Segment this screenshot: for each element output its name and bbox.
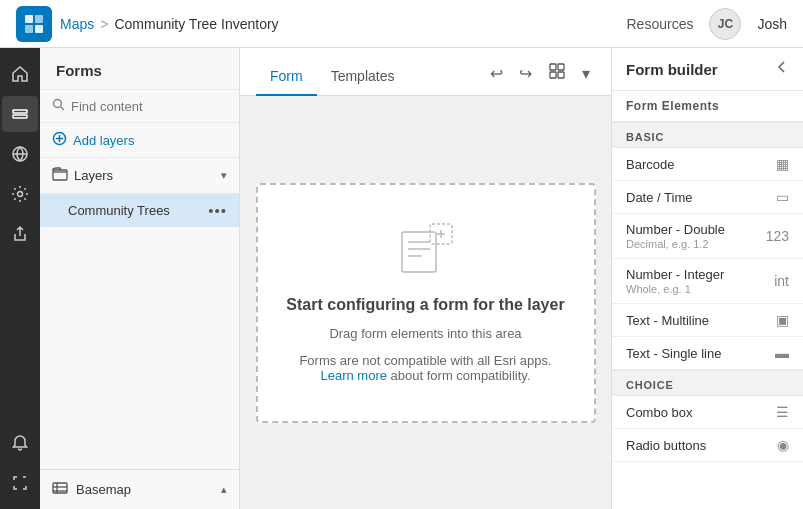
svg-rect-2 (25, 25, 33, 33)
form-element-name: Number - Double (626, 222, 725, 237)
form-element-name: Text - Single line (626, 346, 721, 361)
redo-icon[interactable]: ↪ (514, 61, 537, 86)
breadcrumb: Maps > Community Tree Inventory (60, 16, 279, 32)
svg-rect-5 (13, 115, 27, 118)
form-builder-header: Form builder (612, 48, 803, 91)
plus-circle-icon (52, 131, 67, 149)
layer-item-more-icon[interactable]: ••• (208, 202, 227, 219)
form-element-combo-box[interactable]: Combo box☰ (612, 396, 803, 429)
sidebar-expand-icon[interactable] (2, 465, 38, 501)
tabs-toolbar: ↩ ↪ ▾ (485, 59, 595, 95)
form-element-text---single-line[interactable]: Text - Single line▬ (612, 337, 803, 370)
community-trees-layer-item[interactable]: Community Trees ••• (40, 194, 239, 227)
svg-rect-1 (35, 15, 43, 23)
form-element-name: Radio buttons (626, 438, 706, 453)
form-element-type-icon: int (774, 273, 789, 289)
sidebar-bell-icon[interactable] (2, 425, 38, 461)
sidebar-bottom (2, 425, 38, 501)
form-element-type-icon: ▦ (776, 156, 789, 172)
basemap-icon (52, 480, 68, 499)
compat-text-2: about form compatibility. (391, 368, 531, 383)
toolbar-chevron-icon[interactable]: ▾ (577, 61, 595, 86)
topbar-right: Resources JC Josh (627, 8, 788, 40)
basemap-label: Basemap (76, 482, 131, 497)
sidebar-share-icon[interactable] (2, 216, 38, 252)
tab-templates[interactable]: Templates (317, 58, 409, 96)
svg-rect-0 (25, 15, 33, 23)
layers-chevron-icon: ▾ (221, 169, 227, 182)
layer-item-label: Community Trees (68, 203, 170, 218)
svg-rect-3 (35, 25, 43, 33)
layout-icon[interactable] (543, 59, 571, 87)
svg-rect-19 (550, 64, 556, 70)
username-label: Josh (757, 16, 787, 32)
learn-more-link[interactable]: Learn more (320, 368, 386, 383)
form-element-name: Date / Time (626, 190, 692, 205)
form-builder-scroll: Form Elements BASICBarcode▦Date / Time▭N… (612, 91, 803, 509)
form-builder-title: Form builder (626, 61, 718, 78)
icon-sidebar (0, 48, 40, 509)
form-element-text---multiline[interactable]: Text - Multiline▣ (612, 304, 803, 337)
form-element-sub: Decimal, e.g. 1.2 (626, 238, 725, 250)
svg-rect-21 (550, 72, 556, 78)
drop-zone-subtitle: Drag form elements into this area (329, 326, 521, 341)
form-builder-collapse-icon[interactable] (775, 60, 789, 78)
main-layout: Forms Add layers (0, 48, 803, 509)
forms-panel-title: Forms (40, 48, 239, 90)
center-content: Form Templates ↩ ↪ ▾ (240, 48, 611, 509)
svg-rect-4 (13, 110, 27, 113)
sidebar-home-icon[interactable] (2, 56, 38, 92)
breadcrumb-separator: > (100, 16, 108, 32)
sidebar-layers-icon[interactable] (2, 96, 38, 132)
avatar[interactable]: JC (709, 8, 741, 40)
drop-zone-icon (394, 222, 458, 284)
form-element-number---integer[interactable]: Number - IntegerWhole, e.g. 1int (612, 259, 803, 304)
breadcrumb-current: Community Tree Inventory (114, 16, 278, 32)
svg-line-10 (61, 107, 65, 111)
topbar: Maps > Community Tree Inventory Resource… (0, 0, 803, 48)
app-logo (16, 6, 52, 42)
form-elements-title: Form Elements (612, 91, 803, 122)
form-element-number---double[interactable]: Number - DoubleDecimal, e.g. 1.2123 (612, 214, 803, 259)
form-element-type-icon: ▬ (775, 345, 789, 361)
form-builder-panel: Form builder Form Elements BASICBarcode▦… (611, 48, 803, 509)
canvas-area: Start configuring a form for the layer D… (240, 96, 611, 509)
form-element-type-icon: 123 (766, 228, 789, 244)
form-section-label-choice: CHOICE (612, 370, 803, 396)
layers-label: Layers (74, 168, 113, 183)
form-element-barcode[interactable]: Barcode▦ (612, 148, 803, 181)
drop-zone-note: Forms are not compatible with all Esri a… (282, 353, 570, 383)
form-element-radio-buttons[interactable]: Radio buttons◉ (612, 429, 803, 462)
form-element-name: Text - Multiline (626, 313, 709, 328)
form-element-name: Combo box (626, 405, 692, 420)
basemap-chevron-icon: ▴ (221, 483, 227, 496)
basemap-row[interactable]: Basemap ▴ (40, 469, 239, 509)
svg-rect-22 (558, 72, 564, 78)
form-element-type-icon: ▭ (776, 189, 789, 205)
form-element-name: Number - Integer (626, 267, 724, 282)
svg-rect-23 (402, 232, 436, 272)
compat-note-text: Forms are not compatible with all Esri a… (299, 353, 551, 368)
form-element-date-/-time[interactable]: Date / Time▭ (612, 181, 803, 214)
resources-link[interactable]: Resources (627, 16, 694, 32)
layers-row[interactable]: Layers ▾ (40, 158, 239, 194)
form-sections: BASICBarcode▦Date / Time▭Number - Double… (612, 122, 803, 462)
svg-point-9 (54, 100, 62, 108)
tab-form[interactable]: Form (256, 58, 317, 96)
form-drop-zone: Start configuring a form for the layer D… (256, 183, 596, 423)
undo-icon[interactable]: ↩ (485, 61, 508, 86)
search-input[interactable] (71, 99, 227, 114)
add-layers-button[interactable]: Add layers (40, 123, 239, 158)
drop-zone-title: Start configuring a form for the layer (286, 296, 564, 314)
form-element-type-icon: ◉ (777, 437, 789, 453)
form-element-name: Barcode (626, 157, 674, 172)
breadcrumb-maps-link[interactable]: Maps (60, 16, 94, 32)
tabs-bar: Form Templates ↩ ↪ ▾ (240, 48, 611, 96)
form-element-sub: Whole, e.g. 1 (626, 283, 724, 295)
search-icon (52, 98, 65, 114)
sidebar-globe-icon[interactable] (2, 136, 38, 172)
svg-rect-20 (558, 64, 564, 70)
forms-panel: Forms Add layers (40, 48, 240, 509)
svg-point-8 (18, 192, 23, 197)
sidebar-settings-icon[interactable] (2, 176, 38, 212)
